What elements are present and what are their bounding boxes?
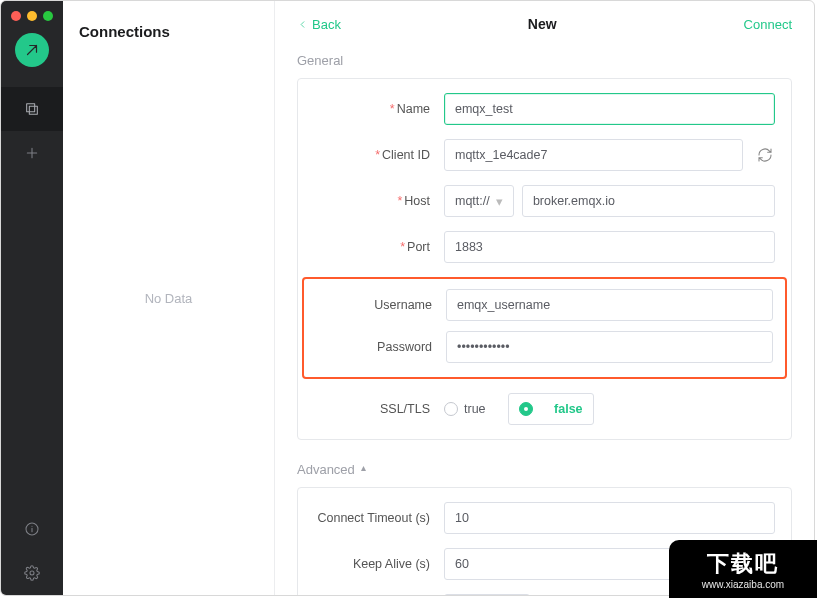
clean-true[interactable]: true xyxy=(444,594,530,595)
nav-about[interactable] xyxy=(1,507,63,551)
back-button[interactable]: Back xyxy=(297,17,341,32)
scheme-select[interactable]: mqtt:// ▾ xyxy=(444,185,514,217)
label-clientid: Client ID xyxy=(382,148,430,162)
ssl-true[interactable]: true xyxy=(444,402,486,416)
section-general-header: General xyxy=(297,53,792,68)
credentials-highlight: Username Password xyxy=(302,277,787,379)
section-general: *Name *Client ID *Host xyxy=(297,78,792,440)
sidebar: Connections No Data xyxy=(63,1,275,595)
username-field[interactable] xyxy=(446,289,773,321)
left-rail xyxy=(1,1,63,595)
refresh-clientid-button[interactable] xyxy=(755,144,775,166)
nav-new[interactable] xyxy=(1,131,63,175)
label-username: Username xyxy=(374,298,432,312)
label-password: Password xyxy=(377,340,432,354)
svg-rect-1 xyxy=(29,106,37,114)
keep-alive-field[interactable] xyxy=(444,548,775,580)
page-title: New xyxy=(528,16,557,32)
label-host: Host xyxy=(404,194,430,208)
section-advanced-header[interactable]: Advanced▾ xyxy=(297,462,792,477)
zoom-dot[interactable] xyxy=(43,11,53,21)
clientid-field[interactable] xyxy=(444,139,743,171)
main-panel: Back New Connect General *Name *Client I… xyxy=(275,1,814,595)
clean-radio-group: true false xyxy=(444,594,598,595)
close-dot[interactable] xyxy=(11,11,21,21)
svg-rect-0 xyxy=(27,104,35,112)
topbar: Back New Connect xyxy=(275,1,814,47)
nav-connections[interactable] xyxy=(1,87,63,131)
chevron-down-icon: ▾ xyxy=(496,194,503,209)
sidebar-empty: No Data xyxy=(63,291,274,306)
app-logo xyxy=(15,33,49,67)
ssl-radio-group: true false xyxy=(444,393,594,425)
mac-traffic-lights xyxy=(11,11,53,21)
label-port: Port xyxy=(407,240,430,254)
nav-settings[interactable] xyxy=(1,551,63,595)
sidebar-title: Connections xyxy=(63,1,274,52)
svg-point-3 xyxy=(30,571,34,575)
section-advanced: Connect Timeout (s) Keep Alive (s) Clean… xyxy=(297,487,792,595)
label-keep-alive: Keep Alive (s) xyxy=(353,557,430,571)
ssl-false[interactable]: false xyxy=(508,393,594,425)
connect-button[interactable]: Connect xyxy=(744,17,792,32)
back-label: Back xyxy=(312,17,341,32)
chevron-up-icon: ▾ xyxy=(361,464,366,475)
password-field[interactable] xyxy=(446,331,773,363)
label-ssl: SSL/TLS xyxy=(380,402,430,416)
host-field[interactable] xyxy=(522,185,775,217)
name-field[interactable] xyxy=(444,93,775,125)
label-conn-timeout: Connect Timeout (s) xyxy=(317,511,430,525)
connect-timeout-field[interactable] xyxy=(444,502,775,534)
scheme-value: mqtt:// xyxy=(455,194,490,208)
port-field[interactable] xyxy=(444,231,775,263)
label-name: Name xyxy=(397,102,430,116)
minimize-dot[interactable] xyxy=(27,11,37,21)
